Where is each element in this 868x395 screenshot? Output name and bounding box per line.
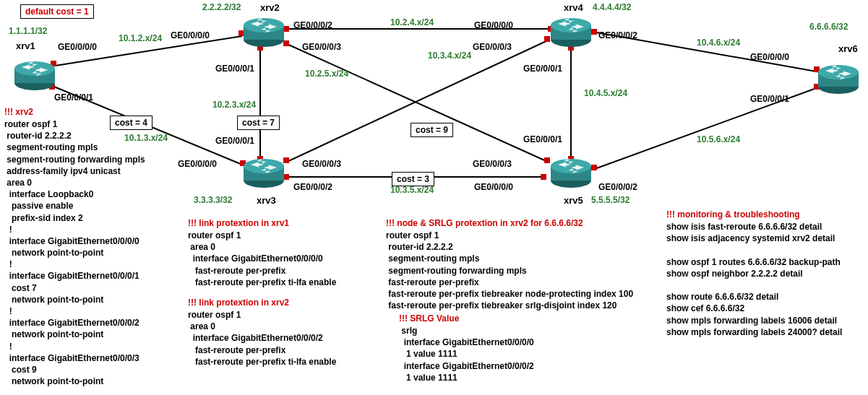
- router-icon: [244, 159, 284, 188]
- iface: GE0/0/0/1: [750, 94, 789, 104]
- subnet: 10.2.4.x/24: [390, 17, 434, 27]
- router-icon: [818, 65, 859, 94]
- xrv3-addr: 3.3.3.3/32: [194, 195, 232, 205]
- iface: GE0/0/0/1: [523, 134, 562, 144]
- iface: GE0/0/0/3: [302, 42, 341, 52]
- subnet: 10.3.4.x/24: [428, 51, 471, 61]
- cfg-link2-hdr: !!! link protextion in xrv2: [188, 298, 289, 308]
- xrv1-label: xrv1: [16, 40, 35, 51]
- xrv3-label: xrv3: [257, 195, 276, 206]
- cost-box: cost = 7: [237, 116, 280, 130]
- iface: GE0/0/0/0: [474, 20, 513, 30]
- cfg-link2: router ospf 1 area 0 interface GigabitEt…: [188, 309, 336, 368]
- xrv2-addr: 2.2.2.2/32: [202, 2, 241, 12]
- iface: GE0/0/0/0: [750, 52, 789, 62]
- subnet: 10.4.5.x/24: [584, 88, 627, 98]
- iface: GE0/0/0/2: [293, 182, 332, 192]
- svg-line-9: [285, 40, 549, 162]
- default-cost-box: default cost = 1: [20, 4, 94, 19]
- subnet: 10.2.3.x/24: [212, 100, 256, 110]
- xrv5-addr: 5.5.5.5/32: [591, 195, 629, 205]
- xrv1-addr: 1.1.1.1/32: [9, 26, 47, 36]
- cfg-mon-hdr: !!! monitoring & troubleshooting: [666, 209, 800, 220]
- router-icon: [14, 61, 55, 90]
- subnet: 10.5.6.x/24: [697, 134, 740, 144]
- cfg-link1-hdr: !!! link protextion in xrv1: [188, 218, 289, 228]
- svg-line-8: [285, 43, 549, 162]
- cfg-srlg-hdr: !!! SRLG Value: [399, 313, 459, 324]
- iface: GE0/0/0/0: [171, 30, 210, 40]
- iface: GE0/0/0/3: [473, 159, 512, 169]
- cost-box: cost = 9: [411, 123, 453, 137]
- iface: GE0/0/0/2: [598, 182, 637, 192]
- cfg-srlg: srlg interface GigabitEthernet0/0/0/0 1 …: [399, 325, 534, 383]
- router-icon: [244, 18, 284, 47]
- subnet: 10.1.2.x/24: [119, 33, 162, 43]
- subnet: 10.2.5.x/24: [305, 69, 348, 79]
- cfg-node: router ospf 1 router-id 2.2.2.2 segment-…: [386, 230, 633, 311]
- cfg-link1: router ospf 1 area 0 interface GigabitEt…: [188, 230, 336, 288]
- xrv4-addr: 4.4.4.4/32: [593, 2, 631, 12]
- router-icon: [551, 18, 591, 47]
- cfg-xrv2: router ospf 1 router-id 2.2.2.2 segment-…: [4, 118, 145, 387]
- iface: GE0/0/0/3: [302, 159, 341, 169]
- iface: GE0/0/0/0: [58, 42, 97, 52]
- cfg-mon: show isis fast-reroute 6.6.6.6/32 detail…: [666, 221, 842, 338]
- xrv5-label: xrv5: [564, 195, 583, 206]
- iface: GE0/0/0/0: [474, 182, 513, 192]
- subnet: 10.4.6.x/24: [697, 38, 740, 48]
- cfg-node-hdr: !!! node & SRLG protextion in xrv2 for 6…: [386, 218, 583, 228]
- xrv4-label: xrv4: [564, 2, 583, 13]
- router-icon: [551, 159, 591, 188]
- iface: GE0/0/0/1: [54, 92, 93, 103]
- xrv6-label: xrv6: [838, 43, 858, 54]
- iface: GE0/0/0/1: [523, 64, 562, 74]
- xrv6-addr: 6.6.6.6/32: [809, 22, 848, 32]
- xrv2-label: xrv2: [260, 2, 280, 13]
- cost-box: cost = 3: [392, 172, 434, 186]
- cfg-xrv2-hdr: !!! xrv2: [4, 107, 33, 117]
- iface: GE0/0/0/1: [215, 136, 254, 146]
- iface: GE0/0/0/2: [293, 20, 332, 30]
- iface: GE0/0/0/0: [178, 159, 217, 169]
- iface: GE0/0/0/1: [215, 64, 254, 74]
- iface: GE0/0/0/2: [598, 30, 637, 40]
- iface: GE0/0/0/3: [473, 42, 512, 52]
- subnet: 10.3.5.x/24: [390, 185, 434, 195]
